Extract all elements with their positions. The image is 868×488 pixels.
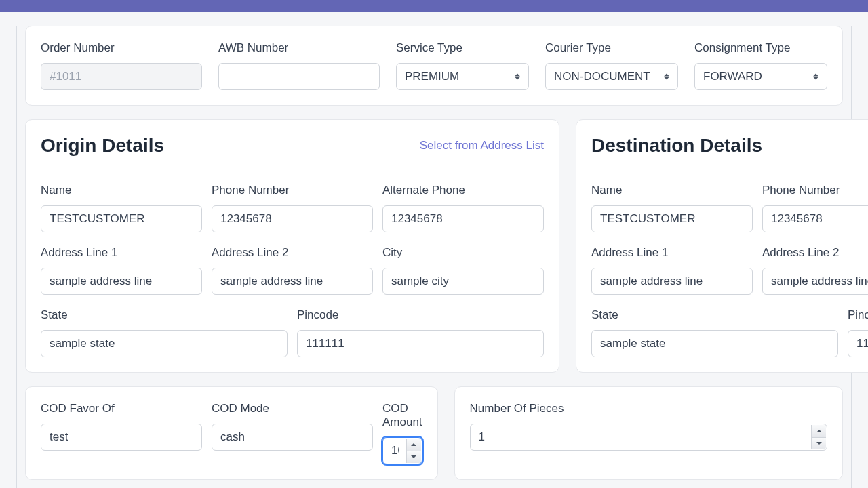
destination-panel: Destination Details Select from Address … (576, 119, 868, 373)
awb-number-input[interactable] (218, 63, 380, 90)
app-topbar (0, 0, 868, 12)
spinner-down-button[interactable] (812, 438, 826, 450)
awb-number-label: AWB Number (218, 41, 380, 55)
order-number-input[interactable] (41, 63, 202, 90)
dest-state-input[interactable] (591, 330, 838, 357)
caret-down-icon (411, 455, 416, 458)
origin-addr1-input[interactable] (41, 268, 202, 295)
cod-amount-label: COD Amount (382, 402, 422, 429)
order-info-card: Order Number AWB Number Service Type PRE… (25, 26, 843, 106)
service-type-field: Service Type PREMIUM (396, 41, 529, 90)
origin-pincode-input[interactable] (297, 330, 544, 357)
destination-title: Destination Details (591, 135, 762, 157)
origin-state-input[interactable] (41, 330, 288, 357)
origin-phone-input[interactable] (212, 205, 373, 232)
courier-type-label: Courier Type (545, 41, 678, 55)
pieces-input[interactable] (470, 424, 827, 451)
number-spinner (406, 439, 421, 463)
dest-addr2-input[interactable] (762, 268, 868, 295)
page-container: Order Number AWB Number Service Type PRE… (16, 26, 852, 488)
courier-type-value: NON-DOCUMENT (554, 70, 650, 83)
order-number-label: Order Number (41, 41, 202, 55)
awb-number-field: AWB Number (218, 41, 380, 90)
dest-phone-label: Phone Number (762, 184, 868, 197)
consignment-type-value: FORWARD (703, 70, 762, 83)
origin-city-label: City (382, 246, 544, 260)
caret-up-icon (411, 443, 416, 446)
dest-state-label: State (591, 308, 838, 322)
consignment-type-select[interactable]: FORWARD (694, 63, 827, 90)
spinner-up-button[interactable] (812, 425, 826, 438)
origin-name-input[interactable] (41, 205, 202, 232)
origin-state-label: State (41, 308, 288, 322)
pieces-label: Number Of Pieces (470, 402, 827, 415)
service-type-select[interactable]: PREMIUM (396, 63, 529, 90)
origin-name-label: Name (41, 184, 202, 197)
dest-addr1-label: Address Line 1 (591, 246, 753, 260)
select-caret-icon (515, 74, 520, 80)
spinner-down-button[interactable] (407, 451, 421, 464)
consignment-type-field: Consignment Type FORWARD (694, 41, 827, 90)
dest-addr1-input[interactable] (591, 268, 753, 295)
courier-type-select[interactable]: NON-DOCUMENT (545, 63, 678, 90)
dest-pincode-label: Pincode (848, 308, 868, 322)
origin-select-address-link[interactable]: Select from Address List (420, 139, 544, 152)
number-spinner (811, 425, 826, 449)
origin-addr1-label: Address Line 1 (41, 246, 202, 260)
cod-mode-label: COD Mode (212, 402, 373, 415)
cod-panel: COD Favor Of COD Mode COD Amount (25, 386, 438, 480)
origin-altphone-input[interactable] (382, 205, 544, 232)
origin-title: Origin Details (41, 135, 164, 157)
dest-name-input[interactable] (591, 205, 753, 232)
spinner-up-button[interactable] (407, 439, 421, 451)
dest-phone-input[interactable] (762, 205, 868, 232)
origin-panel: Origin Details Select from Address List … (25, 119, 559, 373)
consignment-type-label: Consignment Type (694, 41, 827, 55)
select-caret-icon (664, 74, 669, 80)
cod-mode-input[interactable] (212, 424, 373, 451)
dest-addr2-label: Address Line 2 (762, 246, 868, 260)
cod-favor-label: COD Favor Of (41, 402, 202, 415)
origin-pincode-label: Pincode (297, 308, 544, 322)
dest-pincode-input[interactable] (848, 330, 868, 357)
service-type-label: Service Type (396, 41, 529, 55)
caret-up-icon (816, 430, 822, 432)
origin-phone-label: Phone Number (212, 184, 373, 197)
order-number-field: Order Number (41, 41, 202, 90)
cod-favor-input[interactable] (41, 424, 202, 451)
dest-name-label: Name (591, 184, 753, 197)
origin-altphone-label: Alternate Phone (382, 184, 544, 197)
origin-addr2-label: Address Line 2 (212, 246, 373, 260)
origin-addr2-input[interactable] (212, 268, 373, 295)
pieces-panel: Number Of Pieces (454, 386, 843, 480)
origin-city-input[interactable] (382, 268, 544, 295)
caret-down-icon (816, 442, 822, 445)
service-type-value: PREMIUM (405, 70, 459, 83)
courier-type-field: Courier Type NON-DOCUMENT (545, 41, 678, 90)
select-caret-icon (813, 74, 818, 80)
